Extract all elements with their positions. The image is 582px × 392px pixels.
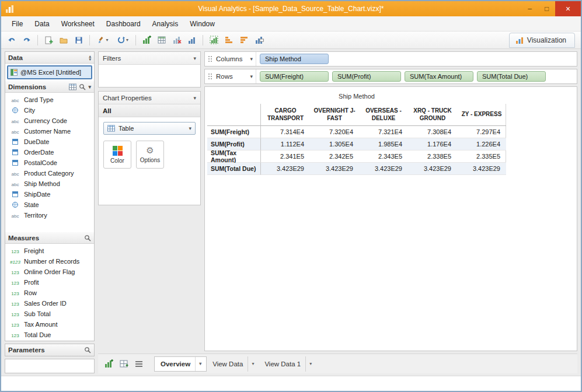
measure-item[interactable]: Freight bbox=[5, 246, 94, 256]
new-dashboard-tab-button[interactable] bbox=[117, 357, 131, 371]
tab-caret-icon[interactable]: ▾ bbox=[305, 356, 315, 372]
dimension-item[interactable]: Ship Method bbox=[5, 178, 94, 189]
add-chart-button[interactable] bbox=[140, 33, 154, 47]
new-worksheet-button[interactable] bbox=[41, 33, 55, 47]
search-icon[interactable] bbox=[84, 235, 91, 242]
pivot-value-cell[interactable]: 2.341E5 bbox=[261, 150, 310, 163]
pivot-value-cell[interactable]: 1.305E4 bbox=[310, 138, 359, 150]
dimension-item[interactable]: OrderDate bbox=[5, 147, 94, 158]
measure-item[interactable]: Number of Records bbox=[5, 256, 94, 267]
sheet-list-button[interactable] bbox=[132, 357, 146, 371]
tab-view-data[interactable]: View Data ▾ bbox=[207, 356, 259, 372]
pivot-value-cell[interactable]: 7.308E4 bbox=[408, 126, 457, 138]
clear-chart-button[interactable] bbox=[170, 33, 184, 47]
pivot-value-cell[interactable]: 7.320E4 bbox=[310, 126, 359, 138]
menu-worksheet[interactable]: Worksheet bbox=[55, 18, 100, 30]
pivot-value-cell[interactable]: 7.297E4 bbox=[457, 126, 506, 138]
columns-shelf-label[interactable]: Columns ▾ bbox=[205, 52, 256, 66]
menu-data[interactable]: Data bbox=[29, 18, 55, 30]
dimensions-menu-caret-icon[interactable]: ▾ bbox=[88, 84, 91, 90]
chart-type-select[interactable]: Table ▾ bbox=[103, 122, 196, 135]
new-worksheet-tab-button[interactable] bbox=[102, 357, 116, 371]
menu-dashboard[interactable]: Dashboard bbox=[100, 18, 147, 30]
minimize-button[interactable]: – bbox=[521, 1, 538, 16]
pivot-row-header[interactable]: SUM(Freight) bbox=[207, 126, 261, 138]
filters-header[interactable]: Filters ▾ bbox=[99, 52, 200, 65]
column-pill[interactable]: Ship Method bbox=[260, 54, 329, 64]
pivot-column-header[interactable]: OVERNIGHT J-FAST bbox=[310, 104, 359, 126]
pivot-value-cell[interactable]: 1.176E4 bbox=[408, 138, 457, 150]
duplicate-chart-button[interactable] bbox=[185, 33, 199, 47]
pivot-value-cell[interactable]: 3.423E29 bbox=[408, 163, 457, 175]
dimension-item[interactable]: Card Type bbox=[5, 94, 94, 105]
pivot-row-header[interactable]: SUM(Total Due) bbox=[207, 163, 261, 175]
pivot-value-cell[interactable]: 3.423E29 bbox=[261, 163, 310, 175]
visualization-button[interactable]: Visualization bbox=[509, 33, 575, 48]
measure-item[interactable]: Sales Order ID bbox=[5, 298, 94, 309]
chart-properties-header[interactable]: Chart Properties ▾ bbox=[99, 92, 200, 104]
open-button[interactable] bbox=[57, 33, 71, 47]
undo-button[interactable] bbox=[5, 33, 19, 47]
tab-caret-icon[interactable]: ▾ bbox=[248, 356, 257, 372]
row-pill[interactable]: SUM(Profit) bbox=[332, 71, 401, 82]
data-sort-icon[interactable]: ▴▾ bbox=[89, 55, 91, 61]
redo-button[interactable] bbox=[20, 33, 34, 47]
pivot-column-header[interactable]: OVERSEAS - DELUXE bbox=[359, 104, 408, 126]
dimension-item[interactable]: PostalCode bbox=[5, 158, 94, 168]
row-pill[interactable]: SUM(Freight) bbox=[260, 71, 329, 82]
pivot-column-header[interactable]: XRQ - TRUCK GROUND bbox=[408, 104, 457, 126]
menu-file[interactable]: File bbox=[6, 18, 29, 30]
view-as-table-icon[interactable] bbox=[69, 83, 76, 90]
pivot-value-cell[interactable]: 2.335E5 bbox=[457, 150, 506, 163]
refresh-data-button[interactable]: ▾ bbox=[113, 33, 132, 47]
fit-view-button[interactable] bbox=[207, 33, 221, 47]
row-pill[interactable]: SUM(Total Due) bbox=[477, 71, 546, 82]
measure-item[interactable]: Total Due bbox=[5, 330, 94, 340]
tab-overview[interactable]: Overview ▾ bbox=[154, 356, 207, 372]
tab-view-data-1[interactable]: View Data 1 ▾ bbox=[259, 356, 316, 372]
options-button[interactable]: ⚙ Options bbox=[136, 141, 164, 169]
dimension-item[interactable]: State bbox=[5, 200, 94, 210]
search-icon[interactable] bbox=[84, 346, 91, 354]
row-pill[interactable]: SUM(Tax Amount) bbox=[405, 71, 473, 82]
pivot-value-cell[interactable]: 3.423E29 bbox=[359, 163, 408, 175]
dimension-item[interactable]: Territory bbox=[5, 210, 94, 220]
pivot-value-cell[interactable]: 1.226E4 bbox=[457, 138, 506, 150]
pivot-column-header[interactable]: CARGO TRANSPORT bbox=[261, 104, 310, 126]
sort-ascending-button[interactable] bbox=[222, 33, 236, 47]
menu-window[interactable]: Window bbox=[184, 18, 221, 30]
measure-item[interactable]: Profit bbox=[5, 277, 94, 288]
search-icon[interactable] bbox=[79, 83, 86, 90]
pivot-row-header[interactable]: SUM(Tax Amount) bbox=[207, 150, 261, 163]
pivot-value-cell[interactable]: 3.423E29 bbox=[310, 163, 359, 175]
pivot-value-cell[interactable]: 2.338E5 bbox=[408, 150, 457, 163]
pivot-value-cell[interactable]: 2.342E5 bbox=[310, 150, 359, 163]
measure-item[interactable]: Row bbox=[5, 288, 94, 298]
measure-item[interactable]: Tax Amount bbox=[5, 319, 94, 330]
measure-item[interactable]: Online Order Flag bbox=[5, 267, 94, 277]
tab-caret-icon[interactable]: ▾ bbox=[195, 357, 205, 371]
pivot-value-cell[interactable]: 2.343E5 bbox=[359, 150, 408, 163]
pivot-value-cell[interactable]: 3.423E29 bbox=[457, 163, 506, 175]
pivot-row-header[interactable]: SUM(Profit) bbox=[207, 138, 261, 150]
sort-descending-button[interactable] bbox=[237, 33, 251, 47]
pivot-value-cell[interactable]: 1.112E4 bbox=[261, 138, 310, 150]
format-painter-button[interactable]: ▾ bbox=[93, 33, 112, 47]
dimension-item[interactable]: DueDate bbox=[5, 136, 94, 147]
dimension-item[interactable]: Customer Name bbox=[5, 126, 94, 136]
color-button[interactable]: Color bbox=[103, 141, 131, 169]
dimension-item[interactable]: Currency Code bbox=[5, 116, 94, 126]
show-labels-button[interactable] bbox=[252, 33, 266, 47]
dimension-item[interactable]: ShipDate bbox=[5, 189, 94, 200]
close-button[interactable]: × bbox=[555, 1, 581, 16]
pivot-value-cell[interactable]: 7.314E4 bbox=[261, 126, 310, 138]
pivot-column-header[interactable]: ZY - EXPRESS bbox=[457, 104, 506, 126]
pivot-value-cell[interactable]: 1.985E4 bbox=[359, 138, 408, 150]
rows-shelf-label[interactable]: Rows ▾ bbox=[205, 69, 256, 83]
data-source-item[interactable]: @MS Excel [Untitled] bbox=[7, 65, 92, 79]
maximize-button[interactable]: □ bbox=[538, 1, 555, 16]
pivot-value-cell[interactable]: 7.321E4 bbox=[359, 126, 408, 138]
add-crosstab-button[interactable] bbox=[155, 33, 169, 47]
dimension-item[interactable]: City bbox=[5, 105, 94, 116]
save-button[interactable] bbox=[72, 33, 86, 47]
